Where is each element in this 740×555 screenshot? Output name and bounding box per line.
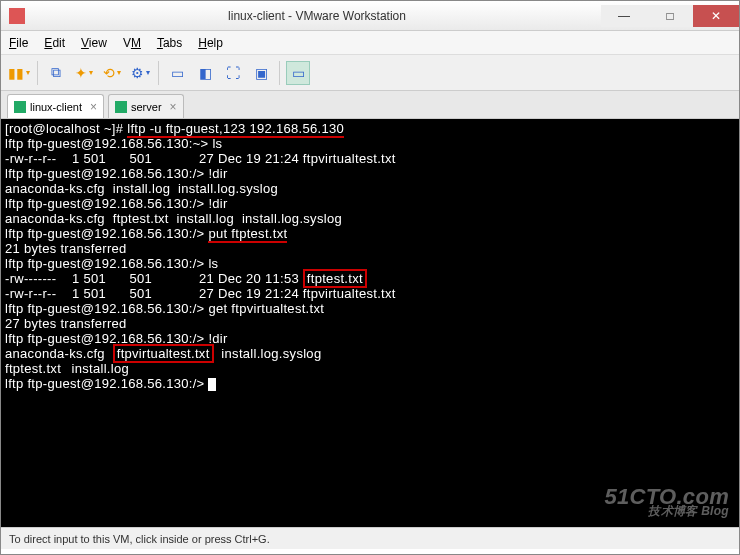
toolbar: ▮▮▾ ⧉ ✦▾ ⟲▾ ⚙▾ ▭ ◧ ⛶ ▣ ▭	[1, 55, 739, 91]
terminal-command: put ftptest.txt	[208, 226, 287, 243]
console-button[interactable]: ▣	[249, 61, 273, 85]
menu-tabs[interactable]: Tabs	[157, 36, 182, 50]
window-buttons: — □ ✕	[601, 5, 739, 27]
tab-bar: linux-client × server ×	[1, 91, 739, 119]
tab-server[interactable]: server ×	[108, 94, 184, 118]
tab-label: linux-client	[30, 101, 82, 113]
terminal-text: ftptest.txt install.log	[5, 361, 735, 376]
separator	[158, 61, 159, 85]
maximize-button[interactable]: □	[647, 5, 693, 27]
terminal-text: -rw-r--r-- 1 501 501 27 Dec 19 21:24 ftp…	[5, 286, 735, 301]
close-button[interactable]: ✕	[693, 5, 739, 27]
terminal-text: lftp ftp-guest@192.168.56.130:/>	[5, 376, 208, 391]
tab-linux-client[interactable]: linux-client ×	[7, 94, 104, 118]
revert-button[interactable]: ⟲▾	[100, 61, 124, 85]
tab-label: server	[131, 101, 162, 113]
terminal-text: -rw------- 1 501 501 21 Dec 20 11:53	[5, 271, 303, 286]
terminal-text: lftp ftp-guest@192.168.56.130:/> ls	[5, 256, 735, 271]
watermark: 51CTO.com 技术博客 Blog	[604, 489, 729, 519]
unity-button[interactable]: ◧	[193, 61, 217, 85]
separator	[37, 61, 38, 85]
status-text: To direct input to this VM, click inside…	[9, 533, 270, 545]
terminal[interactable]: [root@localhost ~]# lftp -u ftp-guest,12…	[1, 119, 739, 527]
terminal-text: 27 bytes transferred	[5, 316, 735, 331]
terminal-text: -rw-r--r-- 1 501 501 27 Dec 19 21:24 ftp…	[5, 151, 735, 166]
window-title: linux-client - VMware Workstation	[33, 9, 601, 23]
stretch-button[interactable]: ▭	[286, 61, 310, 85]
statusbar: To direct input to this VM, click inside…	[1, 527, 739, 549]
menu-edit[interactable]: Edit	[44, 36, 65, 50]
terminal-text: lftp ftp-guest@192.168.56.130:/> !dir	[5, 196, 735, 211]
vm-icon	[14, 101, 26, 113]
vm-icon	[115, 101, 127, 113]
titlebar: linux-client - VMware Workstation — □ ✕	[1, 1, 739, 31]
tab-close-icon[interactable]: ×	[90, 100, 97, 114]
terminal-text: lftp ftp-guest@192.168.56.130:/>	[5, 226, 208, 241]
app-icon	[9, 8, 25, 24]
home-button[interactable]: ⧉	[44, 61, 68, 85]
minimize-button[interactable]: —	[601, 5, 647, 27]
snapshot-button[interactable]: ✦▾	[72, 61, 96, 85]
thumbnail-button[interactable]: ▭	[165, 61, 189, 85]
terminal-text: lftp ftp-guest@192.168.56.130:/> get ftp…	[5, 301, 735, 316]
menu-help[interactable]: Help	[198, 36, 223, 50]
terminal-text: [root@localhost ~]#	[5, 121, 127, 136]
fullscreen-button[interactable]: ⛶	[221, 61, 245, 85]
menu-file[interactable]: FFileile	[9, 36, 28, 50]
tab-close-icon[interactable]: ×	[170, 100, 177, 114]
separator	[279, 61, 280, 85]
manage-button[interactable]: ⚙▾	[128, 61, 152, 85]
terminal-text: anaconda-ks.cfg install.log install.log.…	[5, 181, 735, 196]
terminal-text: anaconda-ks.cfg ftptest.txt install.log …	[5, 211, 735, 226]
menu-vm[interactable]: VM	[123, 36, 141, 50]
terminal-text: lftp ftp-guest@192.168.56.130:~> ls	[5, 136, 735, 151]
terminal-text: anaconda-ks.cfg	[5, 346, 113, 361]
power-on-button[interactable]: ▮▮▾	[7, 61, 31, 85]
cursor	[208, 378, 216, 391]
menubar: FFileile Edit View VM Tabs Help	[1, 31, 739, 55]
terminal-text: lftp ftp-guest@192.168.56.130:/> !dir	[5, 166, 735, 181]
terminal-text: 21 bytes transferred	[5, 241, 735, 256]
menu-view[interactable]: View	[81, 36, 107, 50]
terminal-text: install.log.syslog	[214, 346, 322, 361]
